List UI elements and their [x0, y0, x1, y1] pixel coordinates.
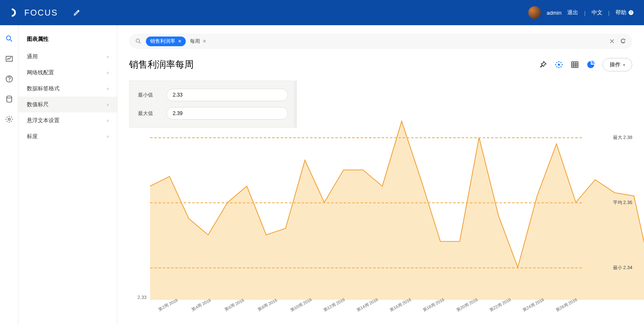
- chart-area: 最大 2.38 平均 2.36 最小 2.34 2.33 第2周 2016第4周…: [129, 105, 632, 325]
- min-input[interactable]: [166, 89, 288, 101]
- content: 销售利润率 ✕ 每周 ✕ ✕ 销售利润率每周 操作 ▾: [117, 25, 644, 325]
- help-link[interactable]: 帮助: [615, 9, 626, 16]
- chip-label: 每周: [190, 38, 200, 45]
- sidebar-item[interactable]: 标度›: [18, 128, 117, 144]
- divider: |: [584, 10, 585, 16]
- scrollbar[interactable]: [294, 81, 296, 127]
- brand-text: FOCUS: [24, 8, 58, 18]
- lang-link[interactable]: 中文: [592, 9, 602, 16]
- sidebar-item[interactable]: 数据标签格式›: [18, 81, 117, 97]
- database-icon[interactable]: [5, 95, 13, 103]
- avatar[interactable]: [528, 6, 541, 19]
- operations-button[interactable]: 操作 ▾: [602, 58, 632, 71]
- refline-max-label: 最大 2.38: [613, 134, 632, 141]
- sidebar: 图表属性 通用›网络线配置›数据标签格式›数值标尺›悬浮文本设置›标度›: [18, 25, 117, 325]
- sidebar-item-label: 通用: [27, 53, 38, 60]
- svg-point-6: [7, 96, 12, 98]
- sidebar-title: 图表属性: [18, 35, 117, 49]
- svg-point-2: [6, 36, 10, 40]
- chevron-right-icon: ›: [107, 86, 109, 92]
- pie-chart-icon[interactable]: [587, 60, 595, 69]
- chevron-right-icon: ›: [107, 54, 109, 60]
- refresh-icon[interactable]: [620, 37, 626, 44]
- chart-title: 销售利润率每周: [129, 58, 194, 71]
- max-input[interactable]: [166, 107, 288, 120]
- gear-icon[interactable]: [5, 115, 13, 123]
- refline-avg: [150, 202, 582, 203]
- close-icon[interactable]: ✕: [178, 39, 182, 44]
- x-axis-labels: 第2周 2016第4周 2016第6周 2016第8周 2016第10周 201…: [150, 302, 582, 319]
- refline-min-label: 最小 2.34: [613, 264, 632, 270]
- sidebar-item-label: 悬浮文本设置: [27, 117, 60, 124]
- chevron-right-icon: ›: [107, 70, 109, 76]
- sidebar-item[interactable]: 网络线配置›: [18, 65, 117, 81]
- chevron-right-icon: ›: [107, 118, 109, 123]
- chip-label: 销售利润率: [150, 38, 175, 45]
- sidebar-item-label: 数值标尺: [27, 101, 49, 108]
- chevron-right-icon: ›: [107, 134, 109, 139]
- logo: FOCUS: [10, 8, 58, 18]
- svg-point-9: [558, 64, 560, 66]
- logout-link[interactable]: 退出: [567, 9, 578, 16]
- min-label: 最小值: [138, 92, 158, 99]
- svg-rect-10: [572, 62, 578, 67]
- refline-avg-label: 平均 2.36: [613, 199, 632, 206]
- refline-min: [150, 267, 582, 268]
- searchbar: 销售利润率 ✕ 每周 ✕ ✕: [129, 34, 632, 49]
- gear-icon[interactable]: [555, 60, 563, 69]
- max-label: 最大值: [138, 110, 158, 117]
- question-icon[interactable]: [5, 75, 13, 83]
- ops-label: 操作: [610, 61, 621, 68]
- search-chip-secondary[interactable]: 每周 ✕: [190, 38, 206, 45]
- divider: |: [608, 10, 610, 16]
- pin-icon[interactable]: [539, 60, 547, 69]
- scale-config-panel: 最小值 最大值: [129, 81, 297, 128]
- sidebar-item[interactable]: 通用›: [18, 49, 117, 65]
- svg-point-5: [9, 80, 10, 81]
- svg-point-7: [8, 118, 10, 121]
- search-icon[interactable]: [135, 38, 142, 45]
- username: admin: [547, 10, 561, 16]
- topbar: FOCUS admin 退出 | 中文 | 帮助 ?: [0, 0, 644, 25]
- dashboard-icon[interactable]: [5, 55, 13, 63]
- svg-text:?: ?: [630, 11, 632, 15]
- chevron-right-icon: ›: [107, 102, 109, 107]
- sidebar-item-label: 标度: [27, 133, 38, 140]
- search-chip-primary[interactable]: 销售利润率 ✕: [146, 37, 186, 46]
- svg-point-8: [136, 39, 140, 42]
- refline-max: [150, 137, 582, 138]
- clear-icon[interactable]: ✕: [609, 37, 615, 45]
- table-icon[interactable]: [571, 60, 579, 69]
- sidebar-item-label: 数据标签格式: [27, 85, 60, 92]
- edit-icon[interactable]: [73, 9, 80, 16]
- sidebar-item-label: 网络线配置: [27, 69, 54, 76]
- sidebar-item[interactable]: 数值标尺›: [18, 97, 117, 113]
- sidebar-item[interactable]: 悬浮文本设置›: [18, 113, 117, 128]
- y-axis-label: 2.33: [138, 295, 146, 300]
- chevron-down-icon: ▾: [623, 63, 625, 67]
- close-icon[interactable]: ✕: [203, 39, 206, 44]
- icon-rail: [0, 25, 18, 325]
- logo-icon: [10, 8, 20, 18]
- help-icon[interactable]: ?: [628, 10, 634, 16]
- search-icon[interactable]: [5, 34, 13, 43]
